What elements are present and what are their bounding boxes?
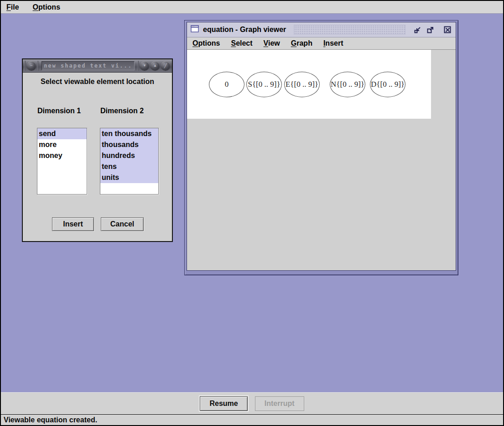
- menu-gv-view-rest: iew: [268, 39, 280, 47]
- menu-gv-graph-rest: raph: [296, 39, 312, 47]
- interrupt-button[interactable]: Interrupt: [255, 396, 304, 411]
- graph-viewer-content: 0 S{[0 .. 9]} E{[0 .. 9]} N{[0 .. 9]} D{…: [187, 50, 456, 270]
- graph-node-label: E{[0 .. 9]}: [286, 80, 318, 89]
- resume-button[interactable]: Resume: [200, 396, 247, 411]
- control-bar: Resume Interrupt: [1, 392, 503, 414]
- dimension1-listbox[interactable]: send more money: [37, 128, 87, 195]
- list-item[interactable]: units: [100, 172, 158, 183]
- list-item[interactable]: tens: [100, 161, 158, 172]
- list-item[interactable]: hundreds: [100, 150, 158, 161]
- list-item[interactable]: ten thousands: [100, 128, 158, 139]
- dialog-new-shaped-text-viewer: − new shaped text vi... ▼ ▲ ╱ Select vie…: [22, 58, 173, 242]
- minimize-icon[interactable]: [413, 26, 422, 34]
- dialog-titlebar[interactable]: − new shaped text vi... ▼ ▲ ╱: [23, 59, 172, 73]
- desktop: File Options − new shaped text vi... ▼ ▲…: [0, 0, 504, 426]
- menu-gv-insert[interactable]: Insert: [323, 39, 343, 47]
- menu-gv-view[interactable]: View: [264, 39, 280, 47]
- shade-up-icon[interactable]: ▲: [151, 61, 160, 70]
- maximize-icon[interactable]: [426, 26, 435, 34]
- graph-viewer-titlebar[interactable]: equation - Graph viewer: [187, 22, 456, 37]
- menu-file[interactable]: File: [6, 3, 19, 11]
- list-item[interactable]: thousands: [100, 139, 158, 150]
- menu-slash-icon[interactable]: ╱: [161, 61, 170, 70]
- graph-canvas[interactable]: 0 S{[0 .. 9]} E{[0 .. 9]} N{[0 .. 9]} D{…: [187, 50, 431, 119]
- menu-gv-options-rest: ptions: [198, 39, 220, 47]
- close-icon[interactable]: [443, 26, 452, 34]
- titlebar-divider: [25, 61, 26, 71]
- titlebar-divider: [37, 61, 38, 71]
- titlebar-divider: [138, 61, 139, 71]
- dialog-title: new shaped text vi...: [42, 61, 135, 70]
- menu-gv-select-rest: elect: [236, 39, 252, 47]
- menu-options[interactable]: Options: [33, 3, 60, 11]
- menu-gv-options[interactable]: Options: [192, 39, 220, 47]
- list-item[interactable]: money: [37, 150, 87, 161]
- graph-viewer-title: equation - Graph viewer: [203, 26, 286, 34]
- dialog-heading: Select viewable element location: [23, 78, 172, 86]
- graph-node-label: 0: [225, 80, 229, 89]
- insert-button[interactable]: Insert: [52, 217, 94, 231]
- titlebar-texture: [294, 25, 405, 35]
- dimension2-label: Dimension 2: [100, 107, 144, 115]
- menu-file-rest: ile: [11, 3, 19, 11]
- status-bar: Viewable equation created.: [1, 414, 503, 425]
- graph-node-label: D{[0 .. 9]}: [371, 80, 405, 89]
- menu-gv-select[interactable]: Select: [231, 39, 252, 47]
- dimension2-listbox[interactable]: ten thousands thousands hundreds tens un…: [100, 128, 159, 195]
- menu-gv-options-mnemonic: O: [192, 39, 198, 47]
- menu-gv-insert-rest: nsert: [325, 39, 343, 47]
- menu-gv-graph-mnemonic: G: [291, 39, 296, 47]
- graph-node-label: S{[0 .. 9]}: [248, 80, 280, 89]
- close-icon[interactable]: −: [27, 61, 36, 70]
- menu-file-mnemonic: F: [6, 3, 11, 11]
- window-icon: [191, 25, 199, 34]
- window-graph-viewer: equation - Graph viewer: [184, 20, 458, 275]
- app-menubar: File Options: [1, 1, 503, 14]
- cancel-button[interactable]: Cancel: [101, 217, 144, 231]
- graph-node-label: N{[0 .. 9]}: [331, 80, 364, 89]
- menu-gv-select-mnemonic: S: [231, 39, 236, 47]
- menu-options-mnemonic: O: [33, 3, 38, 11]
- list-item[interactable]: more: [37, 139, 87, 150]
- menu-options-rest: ptions: [38, 3, 60, 11]
- shade-down-icon[interactable]: ▼: [140, 61, 149, 70]
- graph-viewer-menubar: Options Select View Graph Insert: [187, 37, 456, 50]
- menu-gv-graph[interactable]: Graph: [291, 39, 312, 47]
- dimension1-label: Dimension 1: [37, 107, 81, 115]
- list-item[interactable]: send: [37, 128, 87, 139]
- menu-gv-view-mnemonic: V: [264, 39, 268, 47]
